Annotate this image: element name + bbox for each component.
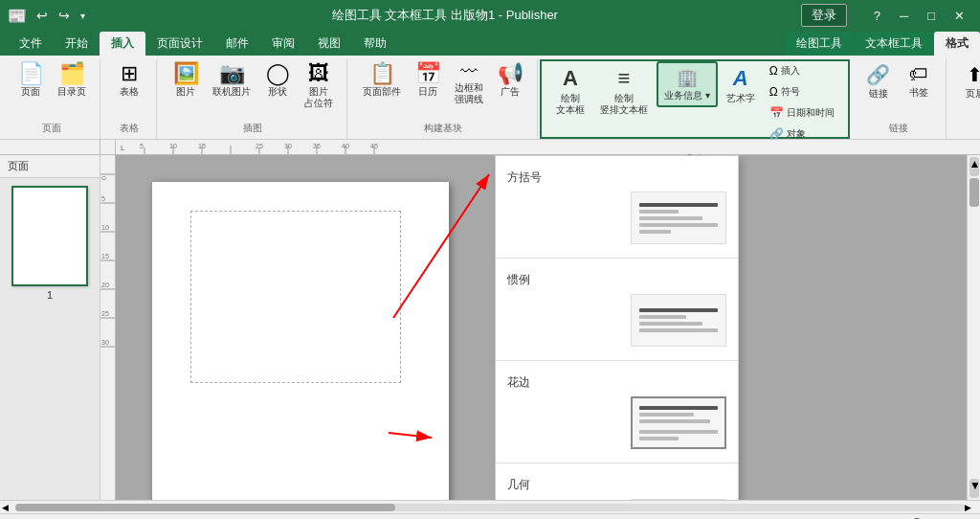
ribbon-btn-datetime[interactable]: 📅 日期和时间 (764, 103, 840, 123)
tab-drawtool[interactable]: 绘图工具 (785, 32, 854, 56)
links-group-content: 🔗 链接 🏷 书签 (859, 59, 938, 120)
vertical-scrollbar[interactable]: ▲ ▼ (967, 155, 980, 500)
left-panel: 页面 1 (0, 155, 100, 500)
ribbon-group-links: 🔗 链接 🏷 书签 链接 (852, 59, 947, 139)
close-button[interactable]: ✕ (947, 7, 972, 25)
svg-text:15: 15 (198, 143, 206, 149)
ribbon-btn-table[interactable]: ⊞ 表格 (110, 59, 148, 102)
building-group-content: 📋 页面部件 📅 日历 〰 边框和强调线 📢 广告 (357, 59, 529, 120)
ribbon-btn-bookmark[interactable]: 🏷 书签 (900, 59, 938, 102)
tab-pagedesign[interactable]: 页面设计 (145, 32, 214, 56)
bizinfo-icon: 🏢 (677, 67, 698, 88)
object-label: 对象 (787, 128, 806, 140)
ribbon-btn-placeholder[interactable]: 🖼 图片占位符 (299, 59, 339, 113)
page-1-number: 1 (11, 289, 88, 301)
symbol-label: 符号 (781, 86, 800, 98)
insert-icon: Ω (769, 64, 778, 78)
ribbon-btn-toc[interactable]: 🗂️ 目录页 (52, 59, 92, 102)
ribbon-btn-online-picture[interactable]: 📷 联机图片 (207, 59, 256, 102)
ribbon-btn-symbol[interactable]: Ω 符号 (764, 82, 840, 102)
preview-lines-convention (635, 305, 722, 336)
ad-icon: 📢 (498, 63, 523, 84)
ribbon-btn-calendar[interactable]: 📅 日历 (409, 59, 447, 102)
border-btn-label: 边框和强调线 (455, 82, 483, 105)
undo-btn[interactable]: ↩ (33, 6, 52, 25)
dropdown-preview-brackets (496, 190, 738, 252)
tab-textframe[interactable]: 文本框工具 (854, 32, 934, 56)
ribbon-toolbar: 📄 页面 🗂️ 目录页 页面 ⊞ 表格 表格 🖼️ 图片 (0, 56, 980, 140)
scroll-thumb-v[interactable] (969, 178, 979, 207)
preview-img-convention (631, 294, 726, 347)
h-scroll-thumb[interactable] (15, 504, 395, 511)
ribbon-btn-pagepart[interactable]: 📋 页面部件 (357, 59, 407, 102)
ruler-row: L 5 10 15 25 30 35 40 45 (0, 140, 980, 155)
pagepart-btn-label: 页面部件 (363, 86, 401, 98)
tab-format[interactable]: 格式 (934, 32, 980, 56)
preview-lines-brackets (635, 199, 722, 237)
page-1-thumbnail[interactable] (11, 186, 88, 286)
object-icon: 🔗 (769, 127, 784, 141)
dropdown-section-geometry: 几何 (496, 463, 738, 500)
ribbon-btn-wordart[interactable]: A 艺术字 (720, 61, 762, 109)
minimize-button[interactable]: ─ (892, 7, 916, 25)
ribbon-btn-picture[interactable]: 🖼️ 图片 (167, 59, 205, 102)
svg-text:20: 20 (101, 282, 109, 288)
ribbon-btn-link[interactable]: 🔗 链接 (859, 59, 898, 103)
title-bar-right: 登录 ? ─ □ ✕ (801, 4, 972, 27)
draw-textbox-icon: A (563, 66, 578, 91)
page-icon: 📄 (18, 63, 44, 84)
ribbon-group-page: 📄 页面 🗂️ 目录页 页面 (4, 59, 100, 139)
ribbon-btn-draw-vertical[interactable]: ≡ 绘制竖排文本框 (593, 61, 655, 121)
toc-icon: 🗂️ (59, 63, 85, 84)
picture-icon: 🖼️ (173, 63, 199, 84)
ribbon-btn-page[interactable]: 📄 页面 (11, 59, 50, 102)
draw-vertical-icon: ≡ (618, 66, 631, 91)
ribbon-btn-ad[interactable]: 📢 广告 (491, 59, 529, 102)
redo-btn[interactable]: ↪ (55, 6, 74, 25)
insert-group-label: 插图 (167, 120, 339, 135)
title-bar: 📰 ↩ ↪ ▾ 绘图工具 文本框工具 出版物1 - Publisher 登录 ?… (0, 0, 980, 31)
scroll-down-btn[interactable]: ▼ (969, 479, 979, 498)
horizontal-scrollbar[interactable]: ◀ ▶ (0, 500, 980, 513)
ruler-right-end (967, 140, 980, 154)
table-group-label: 表格 (110, 120, 148, 135)
tab-insert[interactable]: 插入 (100, 32, 145, 56)
qa-dropdown[interactable]: ▾ (77, 9, 89, 23)
tab-review[interactable]: 审阅 (260, 32, 306, 56)
help-button[interactable]: ? (866, 7, 888, 25)
maximize-button[interactable]: □ (920, 7, 943, 25)
ruler-h-svg: L 5 10 15 25 30 35 40 45 (116, 140, 967, 154)
svg-text:35: 35 (313, 143, 321, 149)
svg-rect-19 (100, 155, 116, 500)
ribbon-btn-draw-textbox[interactable]: A 绘制文本框 (549, 61, 591, 121)
tab-help[interactable]: 帮助 (352, 32, 398, 56)
scroll-right-btn[interactable]: ▶ (965, 503, 978, 512)
datetime-icon: 📅 (769, 106, 784, 120)
tab-view[interactable]: 视图 (306, 32, 352, 56)
workspace: 页面 1 0 5 10 15 20 25 30 (0, 155, 980, 500)
app-title: 绘图工具 文本框工具 出版物1 - Publisher (332, 7, 558, 24)
dropdown-preview-convention (496, 292, 738, 354)
page-group-content: 📄 页面 🗂️ 目录页 (11, 59, 92, 120)
tab-mail[interactable]: 邮件 (214, 32, 260, 56)
svg-rect-0 (116, 140, 967, 154)
online-picture-btn-label: 联机图片 (212, 86, 251, 98)
bookmark-icon: 🏷 (909, 63, 928, 85)
ribbon-btn-bizinfo[interactable]: 🏢 业务信息 ▾ (657, 61, 718, 107)
tab-file[interactable]: 文件 (8, 32, 54, 56)
ruler-corner-left (0, 140, 100, 154)
placeholder-btn-label: 图片占位符 (304, 86, 333, 109)
dropdown-section-brackets: 方括号 (496, 156, 738, 259)
ribbon-group-headerfooter: ⬆ 页眉 ⬇ 页脚 # 页码 页眉和页脚 (948, 59, 980, 139)
scroll-up-btn[interactable]: ▲ (969, 157, 979, 176)
scroll-left-btn[interactable]: ◀ (2, 503, 15, 512)
page-1-thumb-container: 1 (11, 186, 88, 301)
ribbon-btn-border[interactable]: 〰 边框和强调线 (449, 59, 489, 109)
ribbon-btn-header[interactable]: ⬆ 页眉 (956, 59, 980, 103)
tab-home[interactable]: 开始 (54, 32, 100, 56)
ribbon-btn-shape[interactable]: ◯ 形状 (258, 59, 297, 102)
ribbon-group-building: 📋 页面部件 📅 日历 〰 边框和强调线 📢 广告 构建基块 (349, 59, 538, 139)
ribbon-btn-symbol2[interactable]: Ω 插入 (764, 61, 840, 80)
insert-group-content: 🖼️ 图片 📷 联机图片 ◯ 形状 🖼 图片占位符 (167, 59, 339, 120)
login-button[interactable]: 登录 (801, 4, 847, 27)
